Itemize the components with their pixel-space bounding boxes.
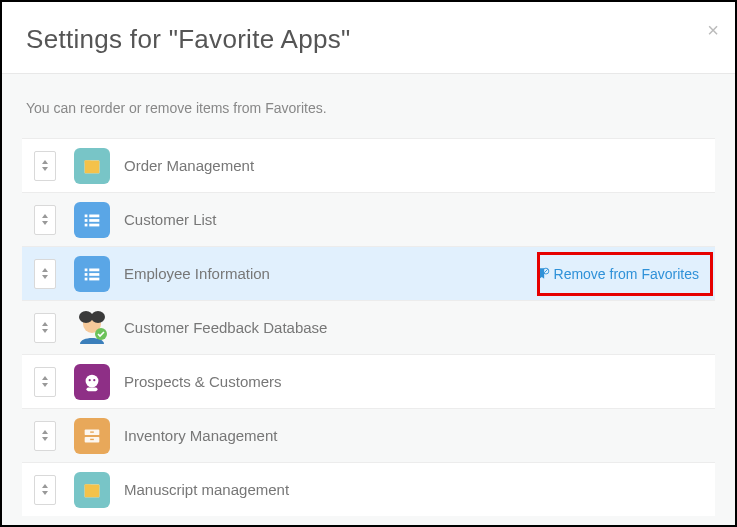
- svg-rect-3: [89, 214, 99, 217]
- favorites-list: Order ManagementCustomer ListEmployee In…: [22, 138, 715, 516]
- svg-rect-23: [87, 387, 98, 391]
- close-icon[interactable]: ×: [707, 20, 719, 40]
- remove-from-favorites-button[interactable]: Remove from Favorites: [528, 260, 707, 288]
- favorites-row[interactable]: Manuscript management: [22, 462, 715, 516]
- dialog-header: Settings for "Favorite Apps" ×: [2, 2, 735, 74]
- svg-point-18: [91, 311, 105, 323]
- drag-handle-icon[interactable]: [34, 259, 56, 289]
- face-icon: [74, 364, 110, 400]
- svg-rect-13: [89, 277, 99, 280]
- favorites-item-label: Order Management: [124, 157, 703, 174]
- drag-handle-icon[interactable]: [34, 151, 56, 181]
- favorites-row[interactable]: Inventory Management: [22, 408, 715, 462]
- favorites-item-label: Customer Feedback Database: [124, 319, 703, 336]
- dialog-title: Settings for "Favorite Apps": [26, 24, 711, 55]
- svg-point-17: [79, 311, 93, 323]
- drag-handle-icon[interactable]: [34, 475, 56, 505]
- svg-rect-4: [85, 219, 88, 222]
- svg-rect-5: [89, 219, 99, 222]
- favorites-item-label: Customer List: [124, 211, 703, 228]
- svg-point-20: [86, 374, 99, 387]
- favorites-item-label: Inventory Management: [124, 427, 703, 444]
- drag-handle-icon[interactable]: [34, 421, 56, 451]
- svg-point-21: [89, 379, 91, 381]
- favorites-row[interactable]: Order Management: [22, 138, 715, 192]
- list-icon: [74, 202, 110, 238]
- svg-rect-26: [90, 431, 94, 432]
- bookmark-remove-icon: [536, 267, 550, 281]
- drag-handle-icon[interactable]: [34, 313, 56, 343]
- svg-rect-9: [89, 268, 99, 271]
- svg-rect-12: [85, 277, 88, 280]
- dialog-body: You can reorder or remove items from Fav…: [2, 74, 735, 527]
- svg-rect-2: [85, 214, 88, 217]
- list-icon: [74, 256, 110, 292]
- drawer-icon: [74, 418, 110, 454]
- avatar-icon: [74, 310, 110, 346]
- svg-point-22: [93, 379, 95, 381]
- favorites-row[interactable]: Customer Feedback Database: [22, 300, 715, 354]
- drag-handle-icon[interactable]: [34, 367, 56, 397]
- svg-line-15: [544, 269, 548, 273]
- favorites-row[interactable]: Prospects & Customers: [22, 354, 715, 408]
- svg-rect-8: [85, 268, 88, 271]
- remove-label: Remove from Favorites: [554, 266, 699, 282]
- svg-rect-27: [90, 438, 94, 439]
- favorites-row[interactable]: Employee InformationRemove from Favorite…: [22, 246, 715, 300]
- svg-rect-11: [89, 273, 99, 276]
- favorites-item-label: Manuscript management: [124, 481, 703, 498]
- favorites-row[interactable]: Customer List: [22, 192, 715, 246]
- svg-rect-7: [89, 223, 99, 226]
- svg-rect-10: [85, 273, 88, 276]
- dialog-description: You can reorder or remove items from Fav…: [26, 100, 715, 116]
- favorites-item-label: Prospects & Customers: [124, 373, 703, 390]
- folder-icon: [74, 148, 110, 184]
- drag-handle-icon[interactable]: [34, 205, 56, 235]
- folder-icon: [74, 472, 110, 508]
- svg-rect-6: [85, 223, 88, 226]
